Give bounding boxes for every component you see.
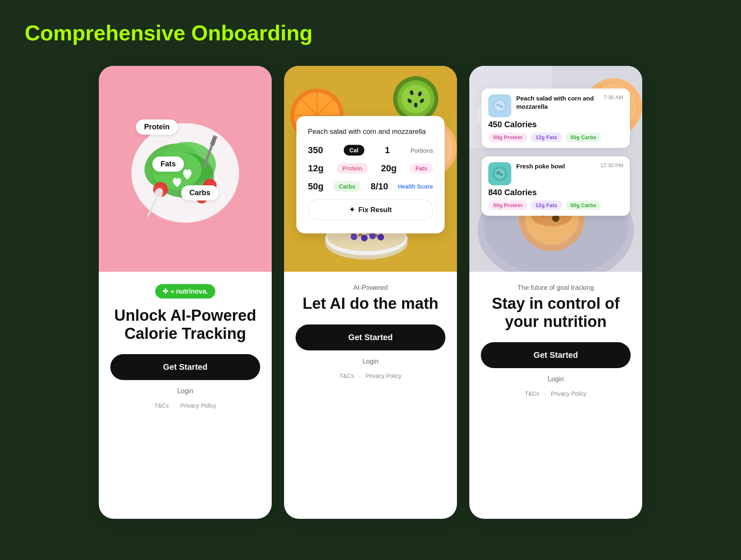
modal-row-calories: 350 Cal 1 Portions	[308, 145, 433, 156]
card1-footer: T&Cs · Privacy Policy	[154, 402, 216, 409]
cards-container: Protein Fats Carbs ✚ + nutrinova. Unlock…	[25, 66, 716, 519]
modal-row-carbs-health: 50g Carbs 8/10 Health Score	[308, 181, 433, 192]
card1-login-link[interactable]: Login	[177, 387, 193, 395]
health-score-value: 8/10	[370, 181, 388, 192]
portions-value: 1	[385, 145, 390, 156]
card2-background: Peach salad with corn and mozzarella 350…	[284, 66, 457, 272]
portions-label: Portions	[410, 147, 433, 154]
card3-image-area: Peach salad with corn and mozzarella 7:3…	[469, 66, 642, 272]
card3-privacy-link[interactable]: Privacy Policy	[551, 390, 587, 397]
carbs-value: 50g	[308, 181, 324, 192]
meal2-info: Fresh poke bowl 12:30 PM	[516, 162, 623, 170]
card1-privacy-link[interactable]: Privacy Policy	[180, 402, 216, 409]
svg-point-64	[500, 105, 503, 108]
card2-login-link[interactable]: Login	[362, 358, 378, 365]
fats-value: 20g	[381, 163, 397, 174]
meal2-thumbnail	[488, 162, 511, 185]
svg-point-25	[414, 103, 417, 107]
card1-image-area: Protein Fats Carbs	[99, 66, 272, 272]
card2-heading: Let AI do the math	[303, 295, 438, 313]
svg-point-69	[499, 171, 501, 173]
modal-row-protein-fats: 12g Protein 20g Fats	[308, 163, 433, 174]
fats-label: Fats	[410, 163, 433, 174]
meal2-header: Fresh poke bowl 12:30 PM	[488, 162, 623, 185]
brand-badge: ✚ + nutrinova.	[155, 284, 215, 299]
svg-point-48	[377, 234, 384, 240]
nutrition-modal: Peach salad with corn and mozzarella 350…	[296, 116, 445, 233]
protein-value: 12g	[308, 163, 324, 174]
card2-bottom: AI-Powered Let AI do the math Get Starte…	[284, 272, 457, 519]
svg-point-63	[496, 103, 500, 107]
meal1-calories: 450 Calories	[488, 120, 623, 129]
card1-heading: Unlock AI-Powered Calorie Tracking	[110, 307, 260, 343]
card2-get-started-button[interactable]: Get Started	[296, 324, 445, 350]
card2-tcs-link[interactable]: T&Cs	[340, 373, 354, 379]
page-title: Comprehensive Onboarding	[25, 21, 716, 45]
meal2-tags: 50g Protein 12g Fats 50g Carbs	[488, 201, 623, 210]
card3-footer-dot: ·	[544, 390, 546, 397]
brand-name: + nutrinova.	[170, 288, 208, 295]
meal1-fats-tag: 12g Fats	[531, 133, 562, 142]
meal-card-1: Peach salad with corn and mozzarella 7:3…	[482, 89, 630, 148]
card3-login-link[interactable]: Login	[548, 376, 564, 383]
card-1: Protein Fats Carbs ✚ + nutrinova. Unlock…	[99, 66, 272, 519]
meal2-fats-tag: 12g Fats	[531, 201, 562, 210]
svg-point-45	[351, 233, 357, 240]
brand-plus-icon: ✚	[163, 287, 168, 295]
card3-heading: Stay in control of your nutrition	[481, 295, 631, 331]
meal1-info: Peach salad with corn and mozzarella 7:3…	[516, 94, 623, 110]
card1-tcs-link[interactable]: T&Cs	[154, 402, 169, 409]
card3-tcs-link[interactable]: T&Cs	[525, 390, 539, 397]
meal2-protein-tag: 50g Protein	[488, 201, 527, 210]
meal1-name: Peach salad with corn and mozzarella	[516, 94, 604, 110]
card3-subtitle: The future of goal tracking	[517, 284, 594, 292]
protein-label: Protein	[337, 163, 368, 174]
svg-point-66	[495, 169, 505, 179]
meal1-thumbnail	[488, 94, 511, 117]
meal2-calories: 840 Calories	[488, 188, 623, 197]
card3-footer: T&Cs · Privacy Policy	[525, 390, 587, 397]
health-score-label: Health Score	[398, 183, 433, 190]
meal1-tags: 50g Protein 12g Fats 50g Carbs	[488, 133, 623, 142]
card1-footer-dot: ·	[174, 402, 175, 409]
card1-get-started-button[interactable]: Get Started	[110, 354, 260, 380]
meal2-name: Fresh poke bowl	[516, 162, 565, 170]
protein-bubble: Protein	[136, 119, 178, 135]
meal2-carbs-tag: 50g Carbs	[566, 201, 601, 210]
meal1-header: Peach salad with corn and mozzarella 7:3…	[488, 94, 623, 117]
fats-bubble: Fats	[152, 156, 184, 172]
carbs-bubble: Carbs	[181, 185, 219, 201]
fix-result-button[interactable]: ✦ Fix Result	[308, 199, 433, 220]
meal2-time: 12:30 PM	[600, 162, 623, 168]
card3-background: Peach salad with corn and mozzarella 7:3…	[469, 66, 642, 272]
svg-point-20	[401, 84, 430, 113]
calories-label: Cal	[344, 145, 364, 156]
fix-result-label: Fix Result	[358, 205, 391, 214]
meal-card-2: Fresh poke bowl 12:30 PM 840 Calories 50…	[482, 156, 630, 216]
card-3: Peach salad with corn and mozzarella 7:3…	[469, 66, 642, 519]
meal1-time: 7:30 AM	[604, 94, 623, 100]
card1-background: Protein Fats Carbs	[99, 66, 272, 272]
card2-footer-dot: ·	[359, 373, 361, 379]
meal1-protein-tag: 50g Protein	[488, 133, 527, 142]
card2-image-area: Peach salad with corn and mozzarella 350…	[284, 66, 457, 272]
modal-title: Peach salad with corn and mozzarella	[308, 128, 433, 136]
card2-subtitle: AI-Powered	[353, 284, 388, 292]
carbs-label: Carbs	[333, 181, 361, 192]
fix-icon: ✦	[349, 205, 355, 214]
card3-get-started-button[interactable]: Get Started	[481, 342, 631, 368]
svg-point-46	[361, 235, 368, 241]
meal1-carbs-tag: 50g Carbs	[566, 133, 601, 142]
card2-privacy-link[interactable]: Privacy Policy	[366, 373, 401, 379]
card3-bottom: The future of goal tracking Stay in cont…	[469, 272, 642, 519]
svg-point-47	[369, 233, 376, 239]
svg-point-68	[500, 173, 503, 176]
card1-bottom: ✚ + nutrinova. Unlock AI-Powered Calorie…	[99, 272, 272, 519]
calories-value: 350	[308, 145, 323, 156]
card2-footer: T&Cs · Privacy Policy	[340, 373, 401, 379]
card-2: Peach salad with corn and mozzarella 350…	[284, 66, 457, 519]
